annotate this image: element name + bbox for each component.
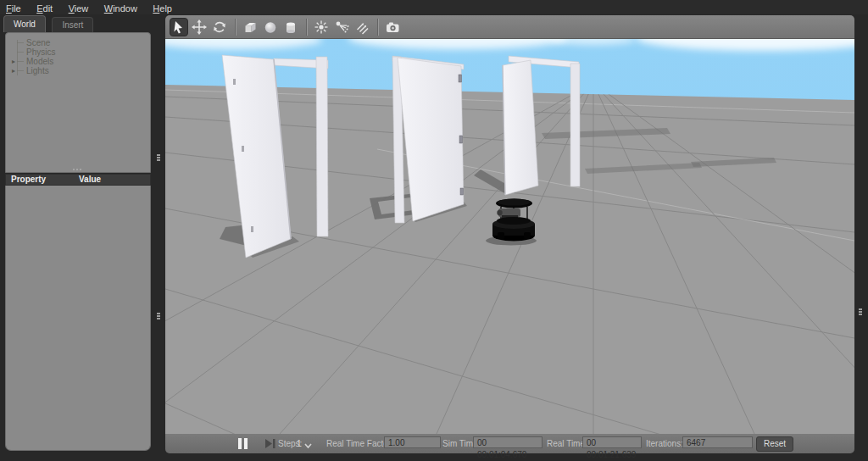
pause-icon (236, 437, 252, 450)
menu-file[interactable]: File (0, 2, 27, 16)
reset-button[interactable]: Reset (756, 436, 793, 452)
value-column-header: Value (79, 175, 101, 185)
toolbar-separator (377, 19, 379, 36)
arrow-cursor-icon (171, 19, 186, 35)
select-tool-button[interactable] (170, 18, 188, 36)
tree-branch-dash (17, 70, 24, 71)
menu-bar: File Edit View Window Help (0, 0, 868, 14)
tree-item-label: Physics (26, 47, 55, 57)
real-time-label: Real Time: (547, 439, 587, 448)
gazebo-window: File Edit View Window Help World Insert … (0, 0, 868, 461)
translate-tool-button[interactable] (190, 18, 209, 36)
tree-branch-dash (17, 61, 24, 62)
rotate-arrows-icon (211, 19, 228, 36)
cylinder-icon (282, 19, 299, 36)
sphere-icon (262, 19, 279, 36)
render-viewport[interactable] (165, 39, 854, 434)
cylinder-tool-button[interactable] (281, 18, 300, 36)
tree-item-scene[interactable]: Scene (6, 38, 150, 47)
scene-canvas[interactable] (165, 39, 854, 434)
tree-branch-dash (17, 42, 24, 43)
tree-branch-dash (17, 52, 24, 53)
tree-item-models[interactable]: ▸ Models (6, 57, 150, 66)
step-forward-icon (264, 438, 276, 449)
simulation-status-bar: Steps: 1 Real Time Factor: 1.00 Sim Time… (165, 434, 854, 453)
rotate-tool-button[interactable] (210, 18, 229, 36)
real-time-factor-field[interactable]: 1.00 (384, 436, 441, 448)
sim-time-field[interactable]: 00 00:01:04.670 (473, 436, 542, 448)
point-light-tool-button[interactable] (312, 18, 331, 36)
chevron-down-icon[interactable] (304, 442, 312, 451)
tree-item-label: Lights (26, 66, 49, 75)
horizontal-splitter-grip[interactable] (73, 169, 85, 172)
toolbar-separator (306, 19, 308, 36)
sphere-tool-button[interactable] (261, 18, 280, 36)
box-icon (242, 19, 259, 36)
tree-item-label: Scene (26, 38, 50, 47)
directional-light-icon (353, 19, 370, 36)
world-tree-panel: Scene Physics ▸ Models ▸ Lights (5, 32, 151, 173)
move-arrows-icon (191, 19, 208, 36)
menu-window[interactable]: Window (98, 2, 143, 16)
directional-light-tool-button[interactable] (353, 18, 371, 36)
left-panel-tabs: World Insert (3, 15, 93, 32)
tree-item-physics[interactable]: Physics (6, 47, 150, 57)
point-light-icon (313, 19, 330, 36)
tab-insert[interactable]: Insert (52, 17, 93, 32)
menu-help[interactable]: Help (147, 2, 178, 16)
spot-light-tool-button[interactable] (332, 18, 351, 36)
iterations-label: Iterations: (646, 439, 683, 448)
property-table-body[interactable] (5, 186, 151, 451)
property-column-header: Property (11, 175, 46, 185)
left-splitter-grip[interactable] (157, 313, 160, 320)
tab-world[interactable]: World (3, 15, 46, 32)
iterations-field[interactable]: 6467 (682, 436, 753, 448)
step-forward-button[interactable] (264, 438, 276, 449)
tools-toolbar (165, 15, 854, 39)
pause-button[interactable] (236, 437, 252, 450)
box-tool-button[interactable] (241, 18, 259, 36)
left-splitter-grip[interactable] (157, 154, 160, 162)
menu-view[interactable]: View (63, 2, 95, 16)
real-time-field[interactable]: 00 00:01:21.639 (582, 436, 642, 448)
right-splitter-grip[interactable] (859, 308, 862, 316)
tree-item-label: Models (26, 57, 53, 66)
screenshot-tool-button[interactable] (383, 18, 402, 36)
toolbar-separator (235, 19, 236, 36)
steps-value[interactable]: 1 (297, 439, 302, 448)
menu-edit[interactable]: Edit (31, 2, 58, 16)
tree-item-lights[interactable]: ▸ Lights (6, 66, 150, 75)
spot-light-icon (333, 19, 350, 36)
property-table-header: Property Value (5, 174, 151, 186)
camera-icon (384, 19, 401, 36)
